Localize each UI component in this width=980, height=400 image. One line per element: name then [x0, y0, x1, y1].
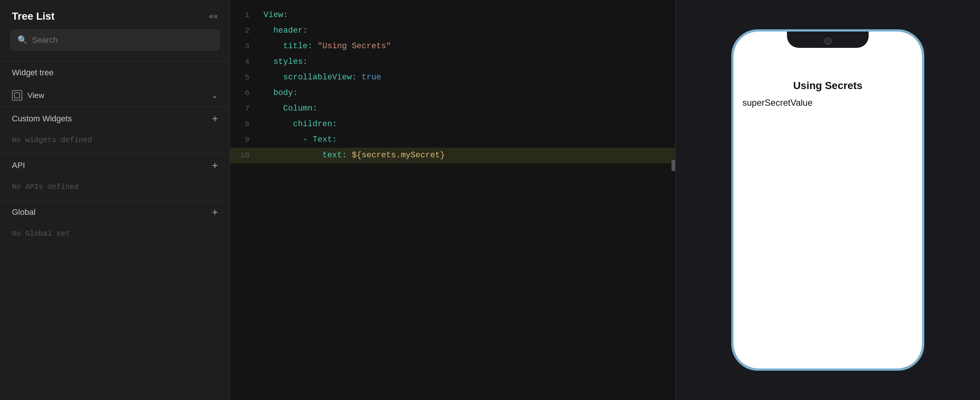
custom-widgets-label: Custom Widgets: [12, 114, 72, 124]
widget-tree-label: Widget tree: [12, 68, 54, 78]
line-content: text: ${secrets.mySecret}: [260, 148, 445, 163]
line-content: View:: [260, 8, 288, 23]
code-line: 10 text: ${secrets.mySecret}: [230, 148, 675, 163]
phone-secret-text: superSecretValue: [743, 98, 913, 108]
line-number: 6: [230, 85, 260, 101]
line-content: children:: [260, 116, 337, 132]
line-content: title: "Using Secrets": [260, 38, 391, 54]
phone-preview: Using Secrets superSecretValue: [676, 0, 980, 400]
api-empty: No APIs defined: [0, 177, 230, 200]
editor-scrollbar[interactable]: [671, 160, 675, 171]
global-label: Global: [12, 208, 36, 217]
global-empty: No Global set: [0, 224, 230, 247]
code-content: 1View:2 header:3 title: "Using Secrets"4…: [230, 0, 675, 400]
code-line: 8 children:: [230, 116, 675, 132]
line-number: 4: [230, 54, 260, 70]
line-content: styles:: [260, 54, 308, 70]
line-number: 1: [230, 8, 260, 23]
api-section-header: API +: [0, 153, 230, 177]
line-number: 5: [230, 70, 260, 85]
search-bar[interactable]: 🔍: [10, 30, 220, 51]
widget-tree-view-item[interactable]: View ⌄: [0, 84, 230, 106]
chevron-down-icon[interactable]: ⌄: [212, 91, 218, 100]
line-number: 9: [230, 132, 260, 148]
code-line: 7 Column:: [230, 101, 675, 116]
code-line: 3 title: "Using Secrets": [230, 38, 675, 54]
sidebar-header: Tree List ««: [0, 0, 230, 30]
code-line: 5 scrollableView: true: [230, 70, 675, 85]
add-api-button[interactable]: +: [212, 160, 218, 171]
global-section-header: Global +: [0, 200, 230, 224]
svg-rect-0: [14, 93, 20, 98]
phone-nav-title: Using Secrets: [743, 61, 913, 98]
add-global-button[interactable]: +: [212, 207, 218, 217]
search-icon: 🔍: [18, 35, 27, 45]
custom-widgets-empty: No widgets defined: [0, 131, 230, 153]
view-label: View: [27, 91, 44, 100]
line-number: 2: [230, 23, 260, 38]
phone-camera: [824, 38, 832, 45]
phone-frame: Using Secrets superSecretValue: [731, 29, 924, 371]
code-editor[interactable]: 1View:2 header:3 title: "Using Secrets"4…: [230, 0, 676, 400]
line-number: 8: [230, 116, 260, 132]
line-content: scrollableView: true: [260, 70, 381, 85]
code-line: 9 - Text:: [230, 132, 675, 148]
phone-notch: [787, 32, 869, 48]
widget-tree-item-left: View: [12, 90, 44, 100]
line-number: 3: [230, 38, 260, 54]
code-line: 4 styles:: [230, 54, 675, 70]
sidebar: Tree List «« 🔍 Widget tree View ⌄ Custom…: [0, 0, 230, 400]
code-line: 2 header:: [230, 23, 675, 38]
line-content: header:: [260, 23, 308, 38]
view-icon: [12, 90, 22, 100]
code-line: 6 body:: [230, 85, 675, 101]
line-number: 7: [230, 101, 260, 116]
code-line: 1View:: [230, 8, 675, 23]
sidebar-title: Tree List: [12, 10, 54, 22]
line-content: Column:: [260, 101, 317, 116]
line-content: body:: [260, 85, 298, 101]
collapse-button[interactable]: ««: [209, 11, 218, 21]
phone-content: Using Secrets superSecretValue: [733, 32, 922, 368]
api-label: API: [12, 161, 25, 170]
line-content: - Text:: [260, 132, 337, 148]
line-number: 10: [230, 148, 260, 163]
search-input[interactable]: [32, 35, 212, 45]
widget-tree-section-header: Widget tree: [0, 61, 230, 84]
custom-widgets-section-header: Custom Widgets +: [0, 106, 230, 131]
add-custom-widget-button[interactable]: +: [212, 114, 218, 124]
